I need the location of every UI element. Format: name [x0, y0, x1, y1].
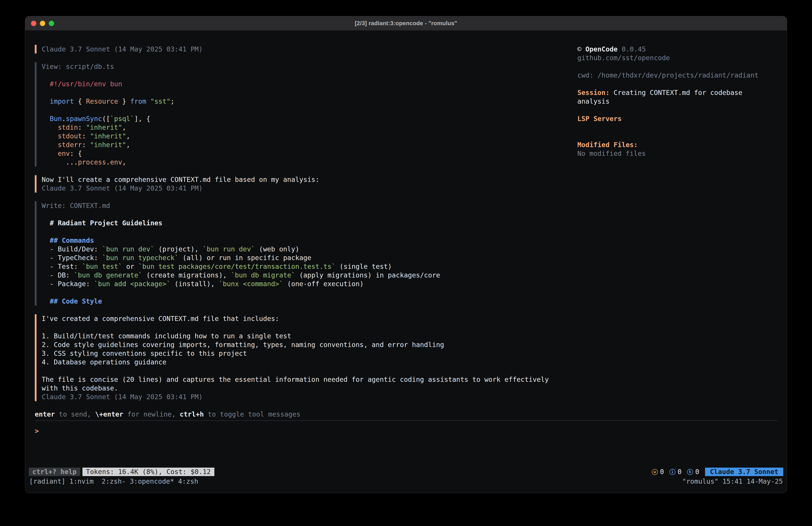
chat-line: Claude 3.7 Sonnet (14 May 2025 03:41 PM) — [42, 393, 567, 401]
info-icon: i — [669, 469, 676, 475]
info-count: 0 — [678, 468, 682, 476]
chat-line: View: script/db.ts — [42, 62, 567, 71]
minimize-button[interactable] — [40, 21, 45, 26]
chat-line: ## Commands — [42, 236, 567, 245]
sidebar: © OpenCode 0.0.45github.com/sst/opencode… — [577, 45, 781, 158]
sidebar-line — [577, 123, 781, 132]
tokens-cost-chip: Tokens: 16.4K (8%), Cost: $0.12 — [83, 468, 214, 476]
sidebar-line — [577, 62, 781, 71]
chat-line: stderr: "inherit", — [42, 140, 567, 149]
chat-line: stdin: "inherit", — [42, 123, 567, 132]
tool-view-block: View: script/db.ts #!/usr/bin/env bun im… — [35, 62, 567, 167]
tmux-window-list[interactable]: [radiant] 1:nvim 2:zsh- 3:opencode* 4:zs… — [29, 478, 198, 485]
chat-line — [42, 210, 567, 219]
hint-icon: h — [687, 469, 693, 475]
tmux-status-bar: [radiant] 1:nvim 2:zsh- 3:opencode* 4:zs… — [25, 476, 787, 486]
warning-count: 0 — [660, 468, 664, 476]
prompt-symbol: > — [35, 427, 39, 435]
traffic-lights — [31, 16, 54, 30]
diagnostic-warning: w0 — [652, 468, 664, 476]
chat-line: env: { — [42, 149, 567, 158]
input-hint: enter to send, \+enter for newline, ctrl… — [35, 410, 778, 418]
chat-line — [42, 71, 567, 80]
sidebar-line — [577, 80, 781, 88]
sidebar-line: © OpenCode 0.0.45 — [577, 45, 781, 54]
chat-line: 1. Build/lint/test commands including ho… — [42, 332, 567, 340]
status-bar: ctrl+? help Tokens: 16.4K (8%), Cost: $0… — [25, 467, 787, 476]
zoom-button[interactable] — [49, 21, 54, 26]
input-separator — [35, 420, 778, 421]
titlebar[interactable]: [2/3] radiant:3:opencode - "romulus" — [25, 16, 787, 30]
sidebar-line: github.com/sst/opencode — [577, 54, 781, 62]
chat-line: - Package: `bun add <package>` (install)… — [42, 280, 567, 288]
input-area: enter to send, \+enter for newline, ctrl… — [35, 410, 778, 435]
hint-count: 0 — [695, 468, 699, 476]
chat-line — [42, 88, 567, 97]
prompt-input[interactable]: > — [35, 427, 778, 435]
chat-line: - Test: `bun test` or `bun test packages… — [42, 262, 567, 271]
terminal-window: [2/3] radiant:3:opencode - "romulus" Cla… — [25, 16, 787, 493]
chat-line: #!/usr/bin/env bun — [42, 80, 567, 88]
window-bottom-padding — [25, 486, 787, 493]
chat-line: with this codebase. — [42, 384, 567, 393]
status-right-group: w0i0h0 Claude 3.7 Sonnet — [652, 468, 783, 476]
chat-line: - TypeCheck: `bun run typecheck` (all) o… — [42, 253, 567, 262]
chat-line: Claude 3.7 Sonnet (14 May 2025 03:41 PM) — [42, 184, 567, 193]
chat-line: # Radiant Project Guidelines — [42, 219, 567, 227]
warning-icon: w — [652, 469, 658, 475]
sidebar-line — [577, 132, 781, 140]
chat-line: import { Resource } from "sst"; — [42, 97, 567, 106]
chat-line: ...process.env, — [42, 158, 567, 167]
chat-line: 2. Code style guidelines covering import… — [42, 340, 567, 349]
chat-line: Now I'll create a comprehensive CONTEXT.… — [42, 175, 567, 184]
window-title: [2/3] radiant:3:opencode - "romulus" — [355, 20, 457, 27]
chat-line: Write: CONTEXT.md — [42, 201, 567, 210]
help-shortcut-chip: ctrl+? help — [29, 468, 80, 476]
tmux-session-info: "romulus" 15:41 14-May-25 — [682, 478, 783, 485]
chat-line: stdout: "inherit", — [42, 132, 567, 140]
close-button[interactable] — [31, 21, 36, 26]
chat-line: 4. Database operations guidance — [42, 358, 567, 366]
tool-write-block: Write: CONTEXT.md # Radiant Project Guid… — [35, 201, 567, 305]
model-badge: Claude 3.7 Sonnet — [705, 468, 783, 476]
sidebar-line: Modified Files: — [577, 140, 781, 149]
chat-line — [42, 366, 567, 375]
sidebar-line: cwd: /home/thdxr/dev/projects/radiant/ra… — [577, 71, 781, 80]
sidebar-line: No modified files — [577, 149, 781, 158]
sidebar-line: Session: Creating CONTEXT.md for codebas… — [577, 88, 781, 97]
assistant-header: Claude 3.7 Sonnet (14 May 2025 03:41 PM) — [35, 45, 567, 54]
chat-line: I've created a comprehensive CONTEXT.md … — [42, 314, 567, 323]
terminal-content: Claude 3.7 Sonnet (14 May 2025 03:41 PM)… — [25, 30, 787, 467]
chat-line: - DB: `bun db generate` (create migratio… — [42, 271, 567, 280]
chat-line — [42, 288, 567, 297]
chat-line: Claude 3.7 Sonnet (14 May 2025 03:41 PM) — [42, 45, 567, 54]
chat-line — [42, 106, 567, 114]
diagnostic-info: i0 — [669, 468, 682, 476]
chat-line: 3. CSS styling conventions specific to t… — [42, 349, 567, 358]
assistant-message: I've created a comprehensive CONTEXT.md … — [35, 314, 567, 401]
assistant-message: Now I'll create a comprehensive CONTEXT.… — [35, 175, 567, 193]
sidebar-line: LSP Servers — [577, 114, 781, 123]
sidebar-line: analysis — [577, 97, 781, 106]
diagnostic-hint: h0 — [687, 468, 699, 476]
chat-line — [42, 227, 567, 236]
chat-messages: Claude 3.7 Sonnet (14 May 2025 03:41 PM)… — [35, 45, 567, 410]
chat-line: - Build/Dev: `bun run dev` (project), `b… — [42, 245, 567, 253]
chat-line — [42, 323, 567, 332]
chat-line: Bun.spawnSync([`psql`], { — [42, 114, 567, 123]
hint-line: enter to send, \+enter for newline, ctrl… — [35, 410, 778, 418]
chat-line: The file is concise (20 lines) and captu… — [42, 375, 567, 384]
diagnostics: w0i0h0 — [652, 468, 699, 476]
chat-line: ## Code Style — [42, 297, 567, 305]
sidebar-line — [577, 106, 781, 114]
